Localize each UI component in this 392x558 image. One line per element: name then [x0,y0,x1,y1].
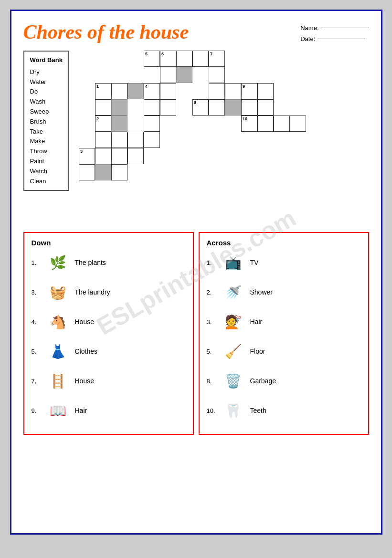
clues-section: Down 1.🌿The plants3.🧺The laundry4.🐴House… [23,232,369,435]
clue-number: 3. [32,289,41,296]
grid-cell[interactable]: 8 [192,99,209,116]
word-bank-item: Take [30,127,63,137]
clue-item: 3.🧺The laundry [32,280,186,304]
grid-cell[interactable] [290,116,306,132]
grid-cell[interactable] [160,99,176,116]
grid-cell[interactable] [95,132,111,148]
clue-image: 📺 [220,251,246,274]
grid-cell[interactable] [257,99,274,116]
word-bank-item: Watch [30,167,63,177]
clue-image: 🦷 [220,399,246,422]
grid-cell[interactable] [79,164,95,180]
grid-cell[interactable] [241,99,257,116]
name-line [321,28,369,28]
clue-text: Clothes [75,347,97,355]
clue-number: 5. [32,348,41,355]
grid-cell [127,83,144,99]
clue-image: 🧺 [45,280,71,304]
grid-cell[interactable] [95,99,111,116]
word-bank-item: Wash [30,97,63,107]
grid-cell[interactable]: 6 [160,51,176,67]
clue-item: 10.🦷Teeth [207,399,361,422]
clue-number: 4. [32,318,41,326]
grid-cell[interactable] [176,51,192,67]
clue-item: 2.🚿Shower [207,280,361,304]
clue-image: 👗 [45,339,71,363]
word-bank-item: Brush [30,117,63,127]
grid-cell [111,116,127,132]
clue-item: 5.👗Clothes [32,339,186,363]
word-bank-item: Clean [30,177,63,187]
word-bank-item: Throw [30,147,63,157]
clue-number: 1. [207,259,216,266]
grid-cell[interactable]: 4 [144,83,160,99]
clue-item: 9.📖Hair [32,399,186,422]
clue-item: 4.🐴House [32,310,186,334]
grid-cell[interactable] [111,148,127,164]
page-title: Chores of the house [23,21,189,43]
clue-text: Garbage [250,377,276,385]
crossword-grid: 56714982103 [79,51,369,222]
grid-cell[interactable] [257,83,274,99]
grid-cell[interactable] [209,99,225,116]
down-clues-box: Down 1.🌿The plants3.🧺The laundry4.🐴House… [23,232,194,435]
grid-cell[interactable] [111,132,127,148]
grid-cell[interactable]: 2 [95,116,111,132]
word-bank-item: Water [30,77,63,87]
grid-cell[interactable]: 5 [144,51,160,67]
word-bank: Word Bank DryWaterDoWashSweepBrushTakeMa… [23,51,69,191]
across-title: Across [207,239,361,247]
clue-number: 2. [207,289,216,296]
grid-cell[interactable] [192,51,209,67]
down-title: Down [32,239,186,247]
grid-cell[interactable]: 7 [209,51,225,67]
header: Chores of the house Name: Date: [23,21,369,43]
crossword-section: Word Bank DryWaterDoWashSweepBrushTakeMa… [23,51,369,222]
clue-image: 🚿 [220,280,246,304]
clue-image: 🪜 [45,369,71,393]
clue-number: 7. [32,378,41,385]
word-bank-item: Make [30,137,63,147]
grid-cell[interactable] [160,83,176,99]
clue-text: The plants [75,259,106,266]
grid-cell[interactable] [127,148,144,164]
clue-text: Teeth [250,407,266,414]
grid-cell[interactable] [209,67,225,83]
grid-cell[interactable]: 1 [95,83,111,99]
clue-item: 5.🧹Floor [207,339,361,363]
clue-number: 10. [207,407,216,414]
clue-item: 3.💇Hair [207,310,361,334]
grid-cell[interactable] [225,83,241,99]
clue-image: 🗑️ [220,369,246,393]
clue-text: House [75,318,94,326]
grid-cell[interactable]: 3 [79,148,95,164]
clue-image: 💇 [220,310,246,334]
clue-item: 7.🪜House [32,369,186,393]
word-bank-item: Do [30,87,63,97]
grid-cell[interactable]: 10 [241,116,257,132]
grid-cell[interactable] [144,132,160,148]
grid-cell[interactable] [111,164,127,180]
grid-cell[interactable] [95,148,111,164]
across-clues: 1.📺TV2.🚿Shower3.💇Hair5.🧹Floor8.🗑️Garbage… [207,251,361,422]
grid-cell[interactable]: 9 [241,83,257,99]
grid-cell[interactable] [209,83,225,99]
down-clues: 1.🌿The plants3.🧺The laundry4.🐴House5.👗Cl… [32,251,186,422]
grid-cell[interactable] [144,116,160,132]
grid-cell[interactable] [274,116,290,132]
grid-cell[interactable] [257,116,274,132]
clue-text: The laundry [75,288,110,296]
grid-cell [111,99,127,116]
clue-image: 🧹 [220,339,246,363]
clue-text: Hair [250,318,263,326]
grid-cell[interactable] [111,83,127,99]
grid-cell [176,67,192,83]
clue-text: TV [250,259,259,266]
date-line [318,39,365,39]
grid-cell[interactable] [127,132,144,148]
clue-text: House [75,377,94,385]
clue-number: 3. [207,318,216,326]
clue-image: 🐴 [45,310,71,334]
grid-cell[interactable] [144,99,160,116]
grid-cell[interactable] [160,67,176,83]
